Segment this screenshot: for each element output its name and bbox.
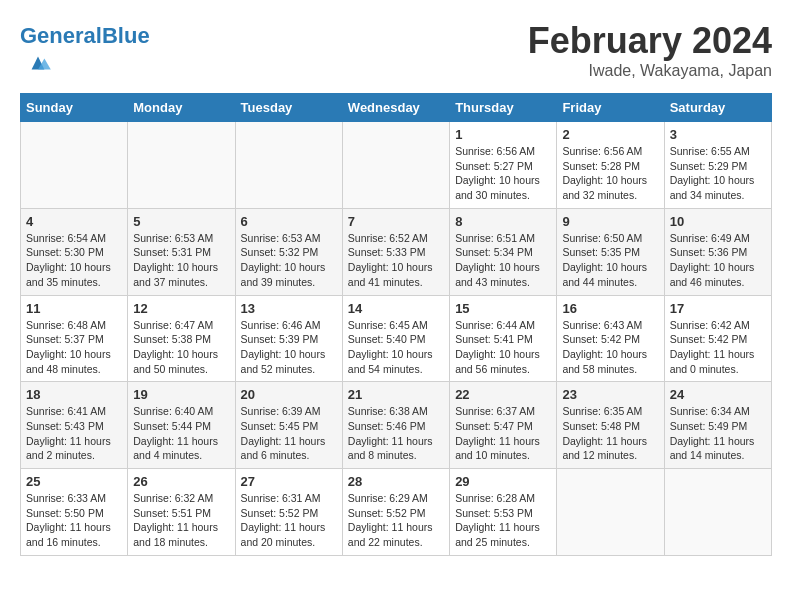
calendar-cell: 28Sunrise: 6:29 AM Sunset: 5:52 PM Dayli… [342, 469, 449, 556]
calendar-week-row: 25Sunrise: 6:33 AM Sunset: 5:50 PM Dayli… [21, 469, 772, 556]
day-info: Sunrise: 6:53 AM Sunset: 5:32 PM Dayligh… [241, 231, 337, 290]
calendar-cell: 6Sunrise: 6:53 AM Sunset: 5:32 PM Daylig… [235, 208, 342, 295]
day-info: Sunrise: 6:41 AM Sunset: 5:43 PM Dayligh… [26, 404, 122, 463]
calendar-week-row: 18Sunrise: 6:41 AM Sunset: 5:43 PM Dayli… [21, 382, 772, 469]
calendar-cell: 23Sunrise: 6:35 AM Sunset: 5:48 PM Dayli… [557, 382, 664, 469]
day-info: Sunrise: 6:39 AM Sunset: 5:45 PM Dayligh… [241, 404, 337, 463]
day-info: Sunrise: 6:47 AM Sunset: 5:38 PM Dayligh… [133, 318, 229, 377]
logo: GeneralBlue [20, 25, 150, 83]
day-number: 28 [348, 474, 444, 489]
day-info: Sunrise: 6:51 AM Sunset: 5:34 PM Dayligh… [455, 231, 551, 290]
day-info: Sunrise: 6:50 AM Sunset: 5:35 PM Dayligh… [562, 231, 658, 290]
calendar-cell: 25Sunrise: 6:33 AM Sunset: 5:50 PM Dayli… [21, 469, 128, 556]
day-info: Sunrise: 6:49 AM Sunset: 5:36 PM Dayligh… [670, 231, 766, 290]
day-number: 4 [26, 214, 122, 229]
logo-general: General [20, 23, 102, 48]
day-number: 26 [133, 474, 229, 489]
logo-icon [22, 47, 54, 79]
day-number: 18 [26, 387, 122, 402]
day-number: 21 [348, 387, 444, 402]
day-number: 15 [455, 301, 551, 316]
weekday-header: Saturday [664, 94, 771, 122]
day-number: 16 [562, 301, 658, 316]
day-info: Sunrise: 6:35 AM Sunset: 5:48 PM Dayligh… [562, 404, 658, 463]
calendar-cell: 12Sunrise: 6:47 AM Sunset: 5:38 PM Dayli… [128, 295, 235, 382]
day-number: 7 [348, 214, 444, 229]
calendar-table: SundayMondayTuesdayWednesdayThursdayFrid… [20, 93, 772, 556]
day-info: Sunrise: 6:46 AM Sunset: 5:39 PM Dayligh… [241, 318, 337, 377]
calendar-cell [235, 122, 342, 209]
calendar-cell: 9Sunrise: 6:50 AM Sunset: 5:35 PM Daylig… [557, 208, 664, 295]
day-number: 5 [133, 214, 229, 229]
weekday-header: Thursday [450, 94, 557, 122]
day-info: Sunrise: 6:33 AM Sunset: 5:50 PM Dayligh… [26, 491, 122, 550]
day-info: Sunrise: 6:38 AM Sunset: 5:46 PM Dayligh… [348, 404, 444, 463]
logo-blue: Blue [102, 23, 150, 48]
day-number: 9 [562, 214, 658, 229]
title-block: February 2024 Iwade, Wakayama, Japan [528, 20, 772, 80]
calendar-cell: 17Sunrise: 6:42 AM Sunset: 5:42 PM Dayli… [664, 295, 771, 382]
day-number: 2 [562, 127, 658, 142]
weekday-header: Friday [557, 94, 664, 122]
day-info: Sunrise: 6:43 AM Sunset: 5:42 PM Dayligh… [562, 318, 658, 377]
day-info: Sunrise: 6:44 AM Sunset: 5:41 PM Dayligh… [455, 318, 551, 377]
calendar-cell [664, 469, 771, 556]
weekday-header-row: SundayMondayTuesdayWednesdayThursdayFrid… [21, 94, 772, 122]
calendar-cell: 18Sunrise: 6:41 AM Sunset: 5:43 PM Dayli… [21, 382, 128, 469]
calendar-cell: 21Sunrise: 6:38 AM Sunset: 5:46 PM Dayli… [342, 382, 449, 469]
calendar-cell [557, 469, 664, 556]
day-number: 19 [133, 387, 229, 402]
day-number: 27 [241, 474, 337, 489]
day-number: 22 [455, 387, 551, 402]
day-info: Sunrise: 6:53 AM Sunset: 5:31 PM Dayligh… [133, 231, 229, 290]
calendar-week-row: 4Sunrise: 6:54 AM Sunset: 5:30 PM Daylig… [21, 208, 772, 295]
day-number: 14 [348, 301, 444, 316]
weekday-header: Sunday [21, 94, 128, 122]
weekday-header: Wednesday [342, 94, 449, 122]
month-title: February 2024 [528, 20, 772, 62]
day-number: 8 [455, 214, 551, 229]
day-number: 6 [241, 214, 337, 229]
day-info: Sunrise: 6:56 AM Sunset: 5:28 PM Dayligh… [562, 144, 658, 203]
day-info: Sunrise: 6:56 AM Sunset: 5:27 PM Dayligh… [455, 144, 551, 203]
calendar-cell: 7Sunrise: 6:52 AM Sunset: 5:33 PM Daylig… [342, 208, 449, 295]
calendar-cell: 10Sunrise: 6:49 AM Sunset: 5:36 PM Dayli… [664, 208, 771, 295]
calendar-cell: 1Sunrise: 6:56 AM Sunset: 5:27 PM Daylig… [450, 122, 557, 209]
calendar-cell: 15Sunrise: 6:44 AM Sunset: 5:41 PM Dayli… [450, 295, 557, 382]
calendar-cell: 11Sunrise: 6:48 AM Sunset: 5:37 PM Dayli… [21, 295, 128, 382]
calendar-cell: 29Sunrise: 6:28 AM Sunset: 5:53 PM Dayli… [450, 469, 557, 556]
day-info: Sunrise: 6:40 AM Sunset: 5:44 PM Dayligh… [133, 404, 229, 463]
calendar-week-row: 1Sunrise: 6:56 AM Sunset: 5:27 PM Daylig… [21, 122, 772, 209]
day-info: Sunrise: 6:29 AM Sunset: 5:52 PM Dayligh… [348, 491, 444, 550]
day-info: Sunrise: 6:37 AM Sunset: 5:47 PM Dayligh… [455, 404, 551, 463]
day-number: 20 [241, 387, 337, 402]
day-number: 29 [455, 474, 551, 489]
day-number: 10 [670, 214, 766, 229]
calendar-cell [21, 122, 128, 209]
day-number: 13 [241, 301, 337, 316]
calendar-cell: 4Sunrise: 6:54 AM Sunset: 5:30 PM Daylig… [21, 208, 128, 295]
calendar-cell: 3Sunrise: 6:55 AM Sunset: 5:29 PM Daylig… [664, 122, 771, 209]
day-info: Sunrise: 6:31 AM Sunset: 5:52 PM Dayligh… [241, 491, 337, 550]
page-header: GeneralBlue February 2024 Iwade, Wakayam… [20, 20, 772, 83]
calendar-cell: 16Sunrise: 6:43 AM Sunset: 5:42 PM Dayli… [557, 295, 664, 382]
day-info: Sunrise: 6:55 AM Sunset: 5:29 PM Dayligh… [670, 144, 766, 203]
calendar-week-row: 11Sunrise: 6:48 AM Sunset: 5:37 PM Dayli… [21, 295, 772, 382]
day-info: Sunrise: 6:32 AM Sunset: 5:51 PM Dayligh… [133, 491, 229, 550]
day-number: 25 [26, 474, 122, 489]
day-number: 12 [133, 301, 229, 316]
day-info: Sunrise: 6:52 AM Sunset: 5:33 PM Dayligh… [348, 231, 444, 290]
calendar-cell: 13Sunrise: 6:46 AM Sunset: 5:39 PM Dayli… [235, 295, 342, 382]
location: Iwade, Wakayama, Japan [528, 62, 772, 80]
calendar-cell: 26Sunrise: 6:32 AM Sunset: 5:51 PM Dayli… [128, 469, 235, 556]
calendar-cell [342, 122, 449, 209]
day-number: 24 [670, 387, 766, 402]
calendar-cell: 19Sunrise: 6:40 AM Sunset: 5:44 PM Dayli… [128, 382, 235, 469]
day-number: 1 [455, 127, 551, 142]
day-info: Sunrise: 6:28 AM Sunset: 5:53 PM Dayligh… [455, 491, 551, 550]
weekday-header: Monday [128, 94, 235, 122]
day-number: 3 [670, 127, 766, 142]
day-info: Sunrise: 6:34 AM Sunset: 5:49 PM Dayligh… [670, 404, 766, 463]
logo-text: GeneralBlue [20, 25, 150, 47]
weekday-header: Tuesday [235, 94, 342, 122]
